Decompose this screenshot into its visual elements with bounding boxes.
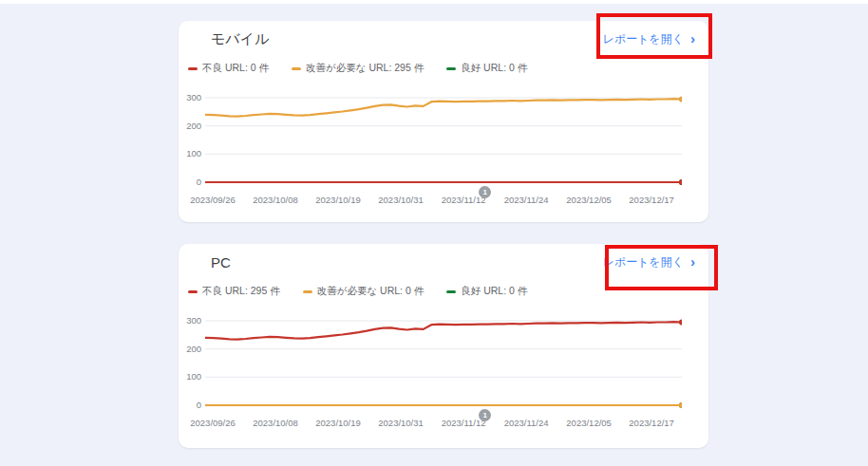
y-tick-label: 200: [180, 344, 201, 355]
legend-color-dash: [446, 290, 456, 293]
legend-label: 良好 URL: 0 件: [461, 62, 527, 75]
legend-item: 良好 URL: 0 件: [446, 285, 527, 298]
y-tick-label: 200: [180, 121, 201, 132]
legend-item: 不良 URL: 0 件: [188, 62, 269, 75]
y-tick-label: 0: [180, 177, 201, 188]
legend-item: 不良 URL: 295 件: [188, 285, 280, 298]
card-title: モバイル: [211, 30, 269, 48]
y-tick-label: 100: [180, 148, 201, 159]
legend-color-dash: [188, 67, 198, 70]
legend-label: 不良 URL: 295 件: [202, 285, 280, 298]
legend-label: 改善が必要な URL: 0 件: [317, 285, 425, 298]
legend-label: 不良 URL: 0 件: [202, 62, 269, 75]
card-header: PC レポートを開く ›: [211, 250, 695, 274]
chevron-right-icon: ›: [690, 257, 695, 267]
card-title: PC: [211, 254, 231, 270]
y-tick-label: 100: [180, 371, 201, 382]
page-top-strip: [0, 0, 868, 4]
open-report-link[interactable]: レポートを開く ›: [603, 31, 695, 47]
legend: 不良 URL: 295 件改善が必要な URL: 0 件良好 URL: 0 件: [188, 285, 527, 298]
legend-label: 改善が必要な URL: 295 件: [306, 62, 424, 75]
line-chart: [205, 315, 682, 410]
legend-item: 改善が必要な URL: 0 件: [303, 285, 425, 298]
y-tick-label: 300: [180, 315, 201, 326]
card-mobile: モバイル レポートを開く › 不良 URL: 0 件改善が必要な URL: 29…: [179, 21, 708, 222]
open-report-label: レポートを開く: [603, 31, 684, 47]
legend-item: 改善が必要な URL: 295 件: [292, 62, 424, 75]
card-header: モバイル レポートを開く ›: [211, 27, 695, 51]
legend-color-dash: [446, 67, 456, 70]
legend-color-dash: [303, 290, 312, 293]
line-chart: [205, 92, 682, 187]
y-tick-label: 300: [180, 92, 201, 103]
y-tick-label: 0: [180, 400, 201, 411]
legend-item: 良好 URL: 0 件: [446, 62, 527, 75]
card-pc: PC レポートを開く › 不良 URL: 295 件改善が必要な URL: 0 …: [179, 244, 708, 448]
legend: 不良 URL: 0 件改善が必要な URL: 295 件良好 URL: 0 件: [188, 62, 527, 75]
x-tick-label: 2023/12/17: [613, 195, 689, 206]
legend-color-dash: [188, 290, 198, 293]
legend-label: 良好 URL: 0 件: [461, 285, 527, 298]
x-tick-label: 2023/12/17: [613, 418, 689, 429]
open-report-link[interactable]: レポートを開く ›: [603, 254, 695, 270]
legend-color-dash: [292, 67, 301, 70]
chevron-right-icon: ›: [690, 34, 695, 44]
open-report-label: レポートを開く: [603, 254, 684, 270]
